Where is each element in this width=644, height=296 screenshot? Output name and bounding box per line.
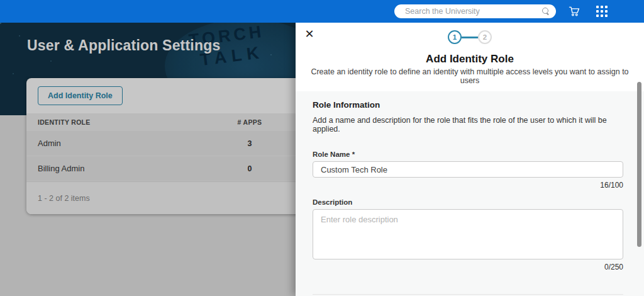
top-navigation-bar	[0, 0, 644, 23]
description-char-counter: 0/250	[313, 263, 623, 271]
drawer-title: Add Identity Role	[296, 53, 644, 65]
drawer-scrollbar-thumb[interactable]	[637, 82, 641, 247]
section-heading: Role Information	[313, 100, 623, 110]
role-name-label: Role Name *	[313, 151, 623, 158]
step-1-indicator[interactable]: 1	[448, 30, 462, 44]
role-information-section: Role Information Add a name and descript…	[296, 91, 644, 296]
role-name-input[interactable]	[313, 161, 623, 178]
drawer-subtitle: Create an identity role to define an ide…	[302, 67, 638, 85]
section-description: Add a name and description for the role …	[313, 116, 623, 134]
app-window: TORCH TALK User & Application Settings U…	[0, 0, 644, 296]
role-name-char-counter: 16/100	[313, 181, 623, 190]
section-divider	[313, 294, 623, 295]
university-search[interactable]	[394, 4, 556, 18]
apps-grid-icon[interactable]	[596, 6, 608, 17]
settings-page: TORCH TALK User & Application Settings U…	[0, 23, 296, 296]
role-description-textarea[interactable]	[313, 209, 623, 259]
step-2-indicator[interactable]: 2	[478, 30, 492, 44]
search-input[interactable]	[405, 7, 542, 16]
step-connector	[462, 37, 478, 38]
cart-icon[interactable]	[568, 5, 580, 18]
search-icon[interactable]	[542, 8, 550, 15]
add-identity-role-drawer: ✕ 1 2 Add Identity Role Create an identi…	[296, 23, 644, 296]
wizard-stepper: 1 2	[296, 30, 644, 44]
description-label: Description	[313, 198, 623, 206]
modal-scrim	[0, 23, 296, 296]
